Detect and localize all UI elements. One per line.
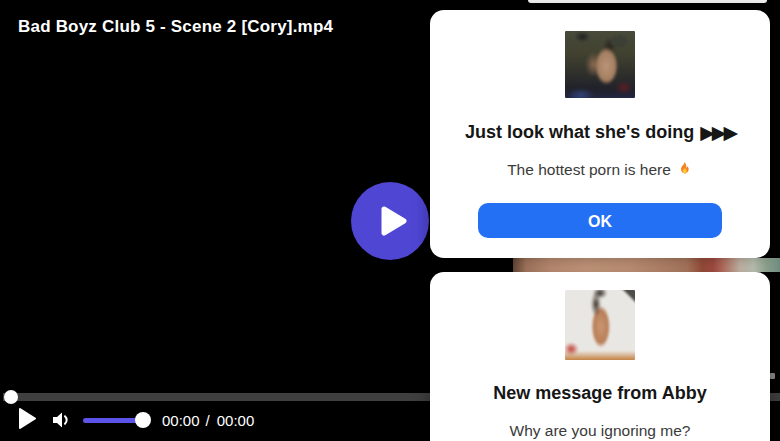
duration: 00:00	[217, 412, 255, 429]
mute-button[interactable]	[49, 408, 73, 432]
volume-handle[interactable]	[135, 412, 151, 428]
fire-icon	[676, 161, 693, 178]
current-time: 00:00	[162, 412, 200, 429]
play-icon	[19, 408, 36, 429]
seek-handle[interactable]	[4, 390, 18, 404]
time-display: 00:00 / 00:00	[162, 412, 254, 429]
popup-subtitle-text: The hottest porn is here	[507, 161, 671, 178]
popup-message: Why are you ignoring me?	[430, 421, 770, 441]
triple-play-arrows-icon: ▶▶▶	[700, 121, 735, 143]
ad-popup-2[interactable]: New message from Abby Why are you ignori…	[430, 272, 770, 441]
popup-title-text: Just look what she's doing	[465, 122, 694, 142]
video-title: Bad Boyz Club 5 - Scene 2 [Cory].mp4	[18, 17, 333, 37]
speaker-icon	[49, 408, 73, 432]
play-icon	[381, 205, 407, 237]
background-ad-image	[513, 258, 780, 272]
play-button[interactable]	[17, 408, 37, 432]
ok-button[interactable]: OK	[478, 203, 722, 238]
popup-subtitle: The hottest porn is here	[430, 160, 770, 180]
popup-title: New message from Abby	[430, 383, 770, 403]
time-separator: /	[206, 412, 210, 429]
scrollbar-thumb[interactable]	[770, 373, 775, 379]
big-play-button[interactable]	[351, 182, 429, 260]
popup-title: Just look what she's doing▶▶▶	[430, 122, 770, 142]
ad-thumbnail-webcam[interactable]	[565, 31, 635, 98]
ad-popup-1[interactable]: Just look what she's doing▶▶▶ The hottes…	[430, 10, 770, 258]
previous-popup-edge	[528, 0, 767, 3]
ad-thumbnail-selfie[interactable]	[565, 290, 635, 360]
